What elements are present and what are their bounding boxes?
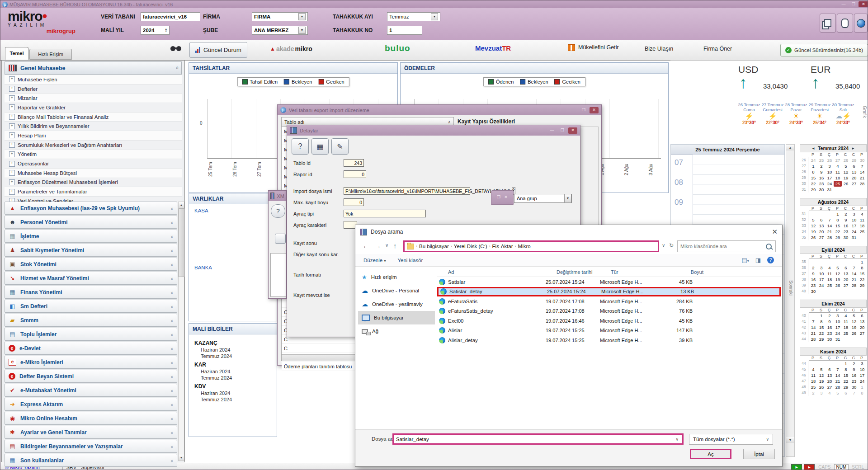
preview-pane-icon[interactable]: ◨ [755, 257, 761, 263]
calendar-day[interactable]: 17 [850, 223, 858, 229]
calendar-day[interactable]: 23 [842, 229, 850, 235]
breadcrumb-segment[interactable]: Yerel Disk (C:) [454, 244, 487, 249]
calendar-day[interactable]: 1 [817, 313, 826, 319]
guncel-durum-button[interactable]: Güncel Durum [189, 42, 247, 58]
sidebar-item-personel-y-netimi[interactable]: ☻Personel Yönetimi» [5, 216, 177, 229]
calendar-day[interactable] [850, 187, 858, 193]
calendar-month-header[interactable]: Ekim 2024 [800, 300, 867, 308]
mali-month-row[interactable]: Temmuz 2024 [194, 375, 277, 381]
calendar-day[interactable]: 27 [858, 330, 866, 336]
calendar-day[interactable]: 15 [817, 324, 826, 330]
calendar-day[interactable] [850, 336, 858, 342]
calendar-day[interactable] [834, 187, 842, 193]
calendar-day[interactable]: 18 [826, 277, 834, 282]
calendar-day[interactable]: 6 [858, 313, 866, 319]
search-binoculars-icon[interactable] [170, 46, 175, 51]
nav-bu-bilgisayar[interactable]: Bu bilgisayar [358, 311, 435, 324]
calendar-day[interactable]: 21 [834, 378, 842, 384]
calendar-day[interactable]: 27 [834, 157, 842, 163]
calendar-day[interactable]: 11 [809, 372, 817, 378]
calendar-day[interactable]: 2 [842, 211, 850, 217]
calendar-day[interactable]: 17 [826, 175, 834, 181]
open-button[interactable]: Aç [690, 449, 731, 459]
calendar-day[interactable]: 26 [826, 157, 834, 163]
tab-temel[interactable]: Temel [5, 47, 28, 60]
varliklar-kasa[interactable]: KASA [194, 208, 208, 213]
calendar-day[interactable]: 20 [826, 378, 834, 384]
column-header-ad[interactable]: Ad [437, 269, 557, 275]
keyboard-button[interactable]: ▦ [311, 138, 329, 155]
calendar-day[interactable]: 23 [850, 378, 858, 384]
calendar-day[interactable] [858, 336, 866, 342]
refresh-icon[interactable]: ↻ [669, 242, 674, 249]
calendar-day[interactable]: 19 [834, 277, 842, 282]
calendar-day[interactable]: 9 [817, 169, 826, 175]
sidebar-tree-item[interactable]: +Raporlar ve Grafikler [5, 103, 182, 113]
filename-input[interactable] [394, 437, 672, 442]
calendar-day[interactable] [817, 211, 826, 217]
calendar-day[interactable] [809, 313, 817, 319]
sidebar-item-e-mutabakat-y-netimi[interactable]: ✔e-Mutabakat Yönetimi» [5, 384, 177, 397]
calendar-day[interactable]: 20 [817, 229, 826, 235]
expand-plus-icon[interactable]: + [9, 189, 15, 195]
calendar-day[interactable]: 4 [842, 313, 850, 319]
nav-h-zl-eri-im[interactable]: ★Hızlı erişim [358, 270, 435, 284]
refresh-chevron-icon[interactable]: ∨ [662, 243, 665, 248]
calendar-day[interactable]: 12 [842, 169, 850, 175]
calendar-day[interactable]: 2 [850, 361, 858, 367]
help-button[interactable]: ? [271, 204, 285, 218]
calendar-day[interactable]: 29 [817, 336, 826, 342]
firma-oner-link[interactable]: Firma Öner [703, 46, 732, 52]
calendar-day[interactable] [834, 288, 842, 294]
calendar-day[interactable]: 9 [826, 319, 834, 324]
calendar-day[interactable]: 15 [842, 372, 850, 378]
calendar-day[interactable]: 29 [834, 235, 842, 240]
calendar-day[interactable]: 5 [850, 313, 858, 319]
calendar-day[interactable] [850, 259, 858, 265]
history-chevron-icon[interactable]: ∨ [385, 243, 388, 248]
calendar-day[interactable]: 1 [842, 361, 850, 367]
calendar-day[interactable]: 27 [842, 282, 850, 288]
calendar-day[interactable]: 18 [842, 324, 850, 330]
calendar-day[interactable]: 3 [826, 163, 834, 169]
calendar-month-header[interactable]: ◄Temmuz 2024► [800, 144, 867, 152]
calendar-day[interactable] [842, 259, 850, 265]
calendar-day[interactable]: 3 [817, 390, 826, 396]
breadcrumb[interactable]: ›Bu bilgisayar›Yerel Disk (C:)›Fis-Aktar… [403, 240, 659, 252]
calendar-day[interactable]: 2 [809, 390, 817, 396]
calendar-day[interactable]: 13 [826, 372, 834, 378]
mali-yil-input[interactable]: 2024▲▼ [141, 26, 170, 35]
calendar-day[interactable]: 7 [850, 265, 858, 271]
calendar-day[interactable]: 30 [809, 288, 817, 294]
calendar-day[interactable]: 27 [817, 235, 826, 240]
calendar-day[interactable]: 16 [809, 277, 817, 282]
calendar-day[interactable] [817, 259, 826, 265]
mukellefini-getir-link[interactable]: Mükellefini Getir [568, 44, 619, 51]
calendar-day[interactable]: 4 [826, 390, 834, 396]
calendar-day[interactable]: 25 [842, 330, 850, 336]
calendar-day[interactable]: 24 [817, 282, 826, 288]
nav-a-[interactable]: Ağ [358, 324, 435, 338]
expand-plus-icon[interactable]: + [9, 95, 15, 101]
calendar-day[interactable]: 18 [858, 223, 866, 229]
scroll-down-icon[interactable]: ▼ [786, 437, 794, 443]
calendar-day[interactable]: 10 [826, 169, 834, 175]
sidebar-group-genel-muhasebe[interactable]: Genel Muhasebe » [5, 61, 182, 75]
calendar-day[interactable] [834, 259, 842, 265]
tab-hizli-erisim[interactable]: Hızlı Erişim [29, 49, 72, 60]
calendar-day[interactable] [826, 288, 834, 294]
calendar-day[interactable]: 10 [817, 271, 826, 277]
calendar-day[interactable]: 29 [850, 157, 858, 163]
back-icon[interactable]: ← [363, 242, 369, 249]
calendar-day[interactable]: 25 [826, 282, 834, 288]
search-input[interactable] [678, 244, 766, 249]
calendar-day[interactable]: 28 [858, 181, 866, 187]
calendar-day[interactable]: 16 [826, 324, 834, 330]
market-side-tab[interactable]: Grafik [862, 106, 867, 118]
sidebar-item-sm-defteri[interactable]: ◧Sm Defteri» [5, 300, 177, 313]
field-input-rapor-id[interactable]: 0 [344, 170, 366, 178]
calendar-day[interactable]: 18 [834, 175, 842, 181]
calendar-day[interactable]: 1 [809, 163, 817, 169]
akademikro-logo[interactable]: ▲ akademikro [270, 45, 312, 52]
sidebar-item-enflasyon-muhasebesi-ias-29-ve-spk-uyumlu-[interactable]: ▲Enflasyon Muhasebesi (Ias-29 ve Spk Uyu… [5, 202, 177, 215]
